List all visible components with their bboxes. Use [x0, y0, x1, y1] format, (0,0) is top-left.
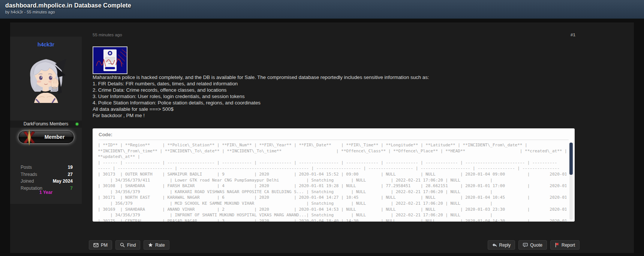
post-body-line: For backdoor , PM me ! [93, 112, 576, 119]
code-line: | 30175 | CENTRAL | PRASAD NAGAR | 3 | 2… [98, 218, 566, 222]
code-block-separator [99, 140, 569, 140]
post-body-line: 1. FIR Details: FIR numbers, dates, time… [93, 80, 576, 87]
forum-thread-page: dashboard.mhpolice.in Database Complete … [0, 0, 644, 256]
post-timestamp: 55 minutes ago [93, 33, 122, 37]
stat-row-posts: Posts 19 [21, 165, 73, 172]
user-group-row: DarkForums Members [10, 121, 82, 128]
code-line: ----- | ---------------------- | -------… [98, 165, 566, 171]
pm-button-label: PM [101, 243, 108, 248]
code-line: | ------ | -------------- | ------------… [98, 160, 566, 166]
stat-row-joined: Joined May 2024 [21, 179, 73, 186]
search-icon [120, 243, 125, 247]
star-icon [148, 243, 153, 247]
stat-label: Threads [21, 172, 37, 179]
thread-byline: by h4ck3r - 55 minutes ago [5, 10, 644, 14]
stat-value: 19 [68, 165, 73, 172]
user-avatar [24, 54, 69, 103]
code-line: | 30171 | NORTH EAST | KARAWAL NAGAR | 6… [98, 195, 566, 201]
code-line: | **ID** | **Region** | **Police\_Statio… [98, 142, 566, 148]
post-actions-right: Reply Quote Report [488, 240, 580, 250]
code-block-label: Code: [93, 128, 575, 140]
code-line: | 34/356/379 | KARKARI ROAD VISHWAS NAGA… [98, 189, 566, 195]
member-badge: Member [18, 130, 74, 144]
envelope-icon [93, 243, 99, 247]
report-flag-icon [555, 243, 559, 247]
attachment-thumbnail[interactable] [93, 46, 127, 74]
post-body-line: Maharashtra police is hacked completely,… [93, 74, 576, 80]
reply-icon [492, 243, 497, 247]
hacked-login-screenshot [93, 47, 127, 73]
quote-icon [523, 243, 528, 247]
author-username-link[interactable]: h4ck3r [10, 37, 82, 48]
stat-label: Posts [21, 165, 32, 172]
post-actions-left: PM Find Rate [89, 240, 169, 250]
user-stats: Posts 19 Threads 27 Joined May 2024 Repu… [21, 165, 73, 192]
user-group-label: DarkForums Members [24, 121, 68, 127]
code-line: | 30169 | SHAHDARA | ANAND VIHAR | 2 | 2… [98, 207, 566, 213]
membership-duration-award: 1 Year [10, 190, 82, 195]
find-button[interactable]: Find [115, 240, 140, 250]
code-line: | 34/356/379/411 | Lower GTK road Near C… [98, 177, 566, 183]
stat-label: Joined [21, 179, 34, 186]
code-block: Code: | **ID** | **Region** | **Police\_… [93, 128, 575, 222]
reply-button-label: Reply [499, 243, 511, 248]
reply-button[interactable]: Reply [488, 240, 515, 250]
quote-button[interactable]: Quote [518, 240, 547, 250]
code-line: **INCIDENT\_From\_time** | **INCIDENT\_T… [98, 148, 566, 154]
find-button-label: Find [127, 243, 136, 248]
member-badge-label: Member [36, 131, 74, 143]
thread-title: dashboard.mhpolice.in Database Complete [5, 2, 644, 9]
pm-button[interactable]: PM [89, 240, 112, 250]
stat-value: May 2024 [53, 179, 73, 186]
code-line: | 30173 | OUTER NORTH | SAMAIPUR BADLI |… [98, 171, 566, 177]
thread-header: dashboard.mhpolice.in Database Complete … [0, 0, 644, 19]
code-line: **updated\_at** | [98, 154, 566, 160]
report-button-label: Report [562, 243, 575, 248]
content-area: h4ck3r [10, 22, 634, 253]
code-scrollbar[interactable] [569, 143, 573, 220]
code-scrollbar-thumb[interactable] [569, 143, 573, 175]
badge-emblem-icon [21, 129, 37, 146]
post-body: Maharashtra police is hacked completely,… [93, 74, 576, 119]
post-body-line: All data available for sale ===> 500$ [93, 106, 576, 112]
author-profile-card: h4ck3r [10, 37, 82, 204]
post-body-line: 2. Crime Data: Crime records, offence cl… [93, 87, 576, 93]
online-status-icon [76, 123, 78, 125]
rate-button-label: Rate [155, 243, 165, 248]
stat-row-threads: Threads 27 [21, 172, 73, 179]
code-line: | 30108 | SHAHDARA | FARSH BAZAR | 4 | 2… [98, 183, 566, 189]
quote-button-label: Quote [530, 243, 542, 248]
code-content[interactable]: | **ID** | **Region** | **Police\_Statio… [98, 142, 566, 222]
rate-button[interactable]: Rate [144, 240, 169, 250]
post-body-line: 3. User Information: User roles, login c… [93, 93, 576, 100]
code-line: | 356/379 | MCD SCHOOL KE SAMNE MUKUND V… [98, 201, 566, 207]
code-line: | 34/356/379 | INFRONT OF SHANTI MUKUND … [98, 212, 566, 218]
stat-value: 27 [68, 172, 73, 179]
post-number-link[interactable]: #1 [571, 33, 575, 37]
report-button[interactable]: Report [550, 240, 580, 250]
post-body-line: 4. Police Station Information: Police st… [93, 100, 576, 106]
